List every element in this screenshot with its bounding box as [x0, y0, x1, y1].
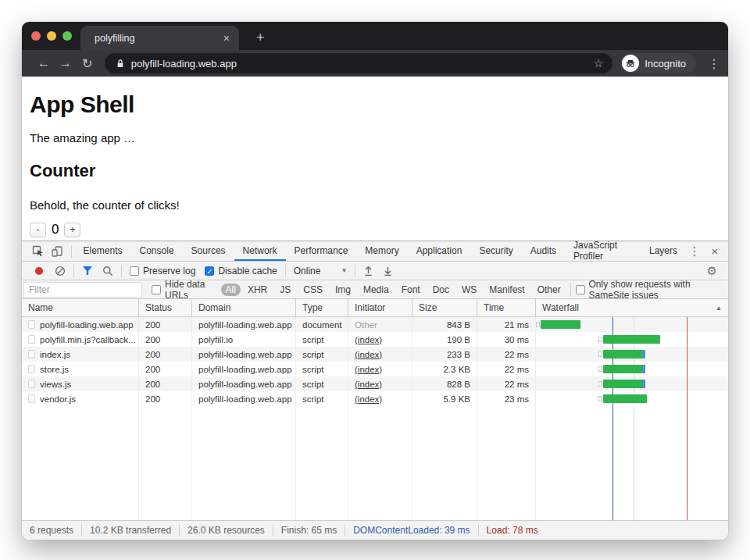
tab-close-icon[interactable]: ×: [223, 32, 230, 45]
tab-security[interactable]: Security: [470, 241, 521, 261]
close-window-button[interactable]: [31, 31, 41, 41]
minimize-window-button[interactable]: [47, 31, 56, 41]
file-icon: [28, 365, 35, 373]
column-header-name[interactable]: Name: [22, 299, 139, 316]
search-icon[interactable]: [102, 266, 113, 276]
import-har-icon[interactable]: [363, 266, 373, 276]
type-filter-manifest[interactable]: Manifest: [484, 284, 530, 296]
back-icon[interactable]: ←: [33, 56, 55, 70]
counter-widget: - 0 +: [30, 222, 728, 237]
tab-audits[interactable]: Audits: [522, 241, 565, 261]
browser-tab[interactable]: polyfilling ×: [80, 26, 239, 50]
filter-input[interactable]: [23, 282, 142, 298]
type-filter-all[interactable]: All: [221, 284, 241, 296]
divider: [355, 265, 355, 277]
column-header-time[interactable]: Time: [477, 299, 536, 316]
clear-network-log-icon[interactable]: [55, 266, 66, 276]
network-request-row[interactable]: store.js200polyfill-loading.web.appscrip…: [22, 362, 728, 376]
samesite-checkbox[interactable]: Only show requests with SameSite issues: [576, 279, 723, 301]
tab-memory[interactable]: Memory: [356, 241, 407, 261]
column-header-size[interactable]: Size: [412, 299, 477, 316]
network-request-row[interactable]: vendor.js200polyfill-loading.web.appscri…: [22, 391, 728, 406]
column-header-initiator[interactable]: Initiator: [348, 299, 412, 316]
network-request-row[interactable]: index.js200polyfill-loading.web.appscrip…: [22, 347, 728, 362]
disable-cache-label: Disable cache: [218, 266, 277, 276]
decrement-button[interactable]: -: [30, 223, 46, 237]
preserve-log-label: Preserve log: [143, 266, 195, 276]
type-filter-js[interactable]: JS: [274, 284, 296, 296]
waterfall-bar: [603, 394, 647, 403]
request-name: vendor.js: [40, 394, 76, 404]
device-toolbar-icon[interactable]: [48, 243, 67, 260]
reload-icon[interactable]: ↻: [77, 56, 98, 71]
hide-data-urls-checkbox[interactable]: Hide data URLs: [152, 279, 214, 301]
samesite-label: Only show requests with SameSite issues: [589, 279, 723, 301]
column-header-domain[interactable]: Domain: [192, 299, 296, 316]
tab-sources[interactable]: Sources: [183, 241, 234, 261]
disable-cache-checkbox[interactable]: ✓ Disable cache: [205, 266, 277, 276]
type-filter-css[interactable]: CSS: [298, 284, 328, 296]
request-initiator[interactable]: (index): [355, 335, 382, 344]
request-initiator[interactable]: (index): [355, 350, 382, 359]
request-status: 200: [145, 320, 160, 330]
address-bar[interactable]: polyfill-loading.web.app ☆: [105, 53, 613, 73]
network-request-row[interactable]: views.js200polyfill-loading.web.appscrip…: [22, 376, 728, 391]
type-filter-doc[interactable]: Doc: [427, 284, 455, 296]
browser-menu-icon[interactable]: ⋮: [708, 56, 720, 71]
column-header-waterfall[interactable]: Waterfall▲: [536, 299, 728, 316]
tab-javascript-profiler[interactable]: JavaScript Profiler: [565, 241, 641, 261]
bookmark-star-icon[interactable]: ☆: [594, 57, 604, 70]
increment-button[interactable]: +: [64, 223, 80, 237]
request-initiator[interactable]: (index): [355, 380, 382, 389]
devtools-close-icon[interactable]: ×: [706, 244, 723, 258]
status-bar-item: Load: 78 ms: [479, 524, 546, 537]
type-filter-media[interactable]: Media: [358, 284, 395, 296]
network-request-row[interactable]: polyfill-loading.web.app200polyfill-load…: [22, 317, 728, 332]
waterfall-cell: [536, 391, 728, 406]
tab-application[interactable]: Application: [408, 241, 471, 261]
zoom-window-button[interactable]: [62, 31, 72, 41]
export-har-icon[interactable]: [383, 266, 393, 276]
tab-elements[interactable]: Elements: [75, 241, 131, 261]
request-time: 23 ms: [505, 394, 529, 404]
record-network-log-icon[interactable]: [35, 267, 43, 275]
column-header-status[interactable]: Status: [139, 299, 192, 316]
request-domain: polyfill-loading.web.app: [198, 394, 292, 404]
tab-layers[interactable]: Layers: [641, 241, 686, 261]
status-bar-item: 10.2 KB transferred: [82, 524, 180, 537]
divider: [71, 245, 72, 258]
waterfall-bar-tip: [642, 380, 645, 388]
new-tab-icon[interactable]: +: [256, 30, 265, 46]
gear-icon[interactable]: ⚙: [707, 264, 722, 278]
waterfall-bar: [603, 335, 660, 344]
tab-console[interactable]: Console: [131, 241, 183, 261]
tab-network[interactable]: Network: [234, 241, 286, 261]
network-table-filler: [22, 406, 728, 520]
waterfall-stub: [598, 381, 602, 387]
type-filter-ws[interactable]: WS: [456, 284, 482, 296]
waterfall-bar: [603, 365, 645, 373]
type-filter-other[interactable]: Other: [532, 284, 566, 296]
type-filter-xhr[interactable]: XHR: [242, 284, 273, 296]
request-name: polyfill-loading.web.app: [40, 320, 134, 330]
request-initiator[interactable]: (index): [355, 394, 382, 404]
request-status: 200: [145, 394, 160, 404]
inspect-element-icon[interactable]: [28, 243, 48, 260]
browser-window: polyfilling × + ← → ↻ polyfill-loading.w…: [22, 22, 728, 540]
filter-funnel-icon[interactable]: [82, 266, 93, 276]
column-header-type[interactable]: Type: [296, 299, 348, 316]
forward-icon[interactable]: →: [55, 56, 77, 70]
network-request-row[interactable]: polyfill.min.js?callback...200polyfill.i…: [22, 332, 728, 347]
devtools-overflow-icon[interactable]: ⋮: [686, 244, 703, 259]
browser-toolbar: ← → ↻ polyfill-loading.web.app ☆ Incogni…: [22, 50, 728, 77]
waterfall-stub: [598, 396, 602, 401]
type-filter-img[interactable]: Img: [330, 284, 356, 296]
type-filter-font[interactable]: Font: [396, 284, 426, 296]
preserve-log-checkbox[interactable]: Preserve log: [130, 266, 195, 276]
counter-heading: Counter: [30, 161, 728, 181]
request-initiator[interactable]: (index): [355, 365, 382, 374]
counter-value: 0: [50, 222, 60, 237]
tab-performance[interactable]: Performance: [286, 241, 357, 261]
throttling-dropdown[interactable]: Online ▼: [294, 266, 348, 276]
request-time: 30 ms: [505, 335, 529, 344]
